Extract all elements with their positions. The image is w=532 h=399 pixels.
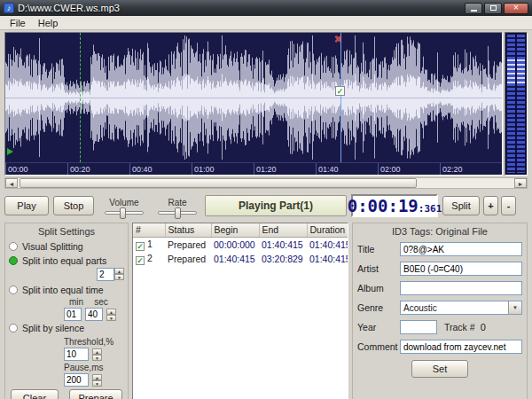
option-split-silence[interactable]: Split by silence bbox=[9, 323, 124, 333]
spin-up-icon[interactable]: ▲ bbox=[92, 348, 102, 355]
row-checkbox[interactable]: ✓ bbox=[136, 242, 145, 251]
spin-up-icon[interactable]: ▲ bbox=[92, 374, 102, 380]
minimize-button[interactable] bbox=[465, 3, 482, 14]
genre-label: Genre bbox=[357, 302, 400, 313]
timeline-ruler: 00:00 00:20 00:40 01:00 01:20 01:40 02:0… bbox=[5, 162, 502, 175]
volume-slider-thumb[interactable] bbox=[120, 207, 126, 219]
option-equal-parts[interactable]: Split into equal parts bbox=[9, 255, 124, 266]
waveform-container: ✕ ✓ 00:00 00:20 00:40 01:00 01:20 01:40 … bbox=[4, 32, 503, 176]
split-delete-icon[interactable]: ✕ bbox=[334, 34, 342, 45]
genre-dropdown[interactable]: Acoustic ▼ bbox=[400, 301, 522, 315]
volume-control: Volume bbox=[98, 198, 150, 215]
title-bar: ♪ D:\www.CWER.ws.mp3 × bbox=[0, 0, 532, 16]
scroll-left-icon[interactable]: ◄ bbox=[5, 178, 18, 188]
app-window: ♪ D:\www.CWER.ws.mp3 × File Help ✕ ✓ 00:… bbox=[0, 0, 532, 399]
split-checkbox[interactable]: ✓ bbox=[335, 86, 345, 96]
comment-label: Comment bbox=[357, 341, 400, 352]
play-button[interactable]: Play bbox=[4, 196, 49, 215]
radio-equal-parts[interactable] bbox=[9, 256, 18, 265]
start-marker-icon bbox=[7, 148, 13, 155]
menu-bar: File Help bbox=[0, 16, 532, 30]
scrollbar-track[interactable] bbox=[18, 178, 514, 188]
option-visual-splitting[interactable]: Visual Splitting bbox=[9, 241, 124, 252]
split-marker-line[interactable] bbox=[340, 33, 341, 162]
album-field[interactable] bbox=[400, 281, 522, 295]
minimize-icon bbox=[471, 10, 477, 12]
waveform-scrollbar[interactable]: ◄ ► bbox=[4, 177, 528, 189]
spin-down-icon[interactable]: ▼ bbox=[92, 355, 102, 361]
waveform-area: ✕ ✓ 00:00 00:20 00:40 01:00 01:20 01:40 … bbox=[0, 30, 532, 176]
title-label: Title bbox=[357, 244, 400, 254]
radio-visual-splitting[interactable] bbox=[9, 242, 18, 251]
zoom-out-button[interactable]: - bbox=[501, 196, 516, 215]
column-header-status[interactable]: Status bbox=[165, 223, 211, 237]
level-meter-left bbox=[507, 35, 515, 173]
prepare-button[interactable]: Prepare bbox=[69, 389, 122, 399]
level-meter-right bbox=[517, 35, 525, 173]
spin-down-icon[interactable]: ▼ bbox=[114, 274, 124, 280]
comment-field[interactable] bbox=[400, 340, 522, 354]
volume-label: Volume bbox=[109, 198, 138, 207]
spin-up-icon[interactable]: ▲ bbox=[106, 309, 116, 315]
row-checkbox[interactable]: ✓ bbox=[136, 256, 145, 265]
split-settings-panel: Split Settings Visual Splitting Split in… bbox=[4, 223, 129, 399]
id3-heading: ID3 Tags: Original File bbox=[357, 225, 522, 239]
year-label: Year bbox=[357, 322, 400, 332]
table-row[interactable]: ✓2 Prepared 01:40:415 03:20:829 01:40:41… bbox=[133, 252, 348, 266]
clear-button[interactable]: Clear bbox=[11, 389, 59, 399]
artist-label: Artist bbox=[357, 263, 400, 274]
parts-count-stepper[interactable]: ▲▼ bbox=[97, 268, 124, 281]
spin-down-icon[interactable]: ▼ bbox=[106, 315, 116, 321]
time-label: 00:20 bbox=[67, 163, 129, 175]
rate-label: Rate bbox=[168, 198, 186, 207]
column-header-end[interactable]: End bbox=[259, 223, 307, 237]
radio-equal-time[interactable] bbox=[9, 286, 18, 294]
threshold-input[interactable] bbox=[64, 348, 89, 361]
stop-button[interactable]: Stop bbox=[53, 196, 94, 215]
column-header-duration[interactable]: Duration bbox=[307, 223, 348, 237]
split-button[interactable]: Split bbox=[442, 196, 480, 215]
menu-help[interactable]: Help bbox=[32, 17, 65, 29]
column-header-begin[interactable]: Begin bbox=[211, 223, 259, 237]
rate-slider-thumb[interactable] bbox=[175, 207, 181, 219]
time-label: 00:00 bbox=[5, 163, 67, 175]
pause-label: Pause,ms bbox=[64, 363, 124, 372]
genre-value: Acoustic bbox=[401, 303, 508, 313]
zoom-in-button[interactable]: + bbox=[483, 196, 498, 215]
time-label: 01:40 bbox=[316, 163, 378, 175]
maximize-icon bbox=[490, 5, 497, 11]
time-label: 02:00 bbox=[378, 163, 440, 175]
scrollbar-thumb[interactable] bbox=[20, 178, 417, 188]
year-field[interactable] bbox=[400, 320, 437, 334]
close-button[interactable]: × bbox=[504, 3, 528, 14]
pause-input[interactable] bbox=[64, 373, 89, 387]
time-main: 0:00:19 bbox=[348, 196, 419, 215]
rate-control: Rate bbox=[154, 198, 200, 215]
spin-down-icon[interactable]: ▼ bbox=[92, 380, 102, 387]
album-label: Album bbox=[357, 283, 400, 293]
app-icon: ♪ bbox=[4, 3, 14, 13]
table-row[interactable]: ✓1 Prepared 00:00:000 01:40:415 01:40:41… bbox=[133, 237, 348, 252]
track-value: 0 bbox=[481, 322, 486, 332]
maximize-button[interactable] bbox=[484, 3, 502, 14]
min-label: min bbox=[69, 297, 83, 307]
chevron-down-icon[interactable]: ▼ bbox=[508, 301, 521, 314]
radio-split-silence[interactable] bbox=[9, 324, 18, 332]
column-header-num[interactable]: # bbox=[133, 223, 165, 237]
threshold-label: Threshold,% bbox=[64, 337, 124, 347]
parts-count-input[interactable] bbox=[97, 268, 114, 281]
title-field[interactable] bbox=[400, 242, 522, 256]
scroll-right-icon[interactable]: ► bbox=[514, 178, 527, 188]
spin-up-icon[interactable]: ▲ bbox=[114, 268, 124, 274]
play-cursor[interactable] bbox=[80, 33, 81, 162]
option-equal-time[interactable]: Split into equal time bbox=[9, 285, 124, 295]
time-label: 01:20 bbox=[254, 163, 316, 175]
minutes-input[interactable] bbox=[64, 308, 82, 321]
rate-slider[interactable] bbox=[158, 211, 197, 215]
volume-slider[interactable] bbox=[105, 211, 144, 215]
menu-file[interactable]: File bbox=[4, 17, 32, 29]
close-icon: × bbox=[513, 4, 519, 12]
artist-field[interactable] bbox=[400, 262, 522, 276]
set-button[interactable]: Set bbox=[411, 360, 468, 378]
seconds-input[interactable] bbox=[85, 308, 103, 321]
